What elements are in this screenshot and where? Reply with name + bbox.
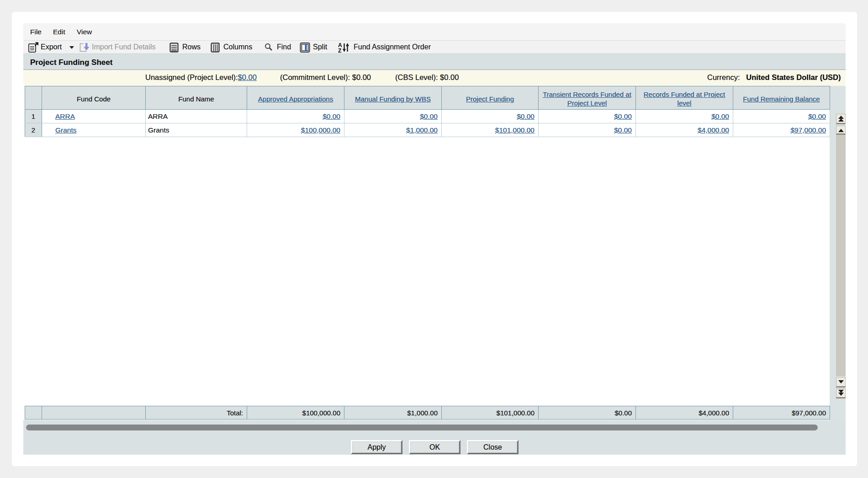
svg-text:Z: Z <box>338 48 341 53</box>
